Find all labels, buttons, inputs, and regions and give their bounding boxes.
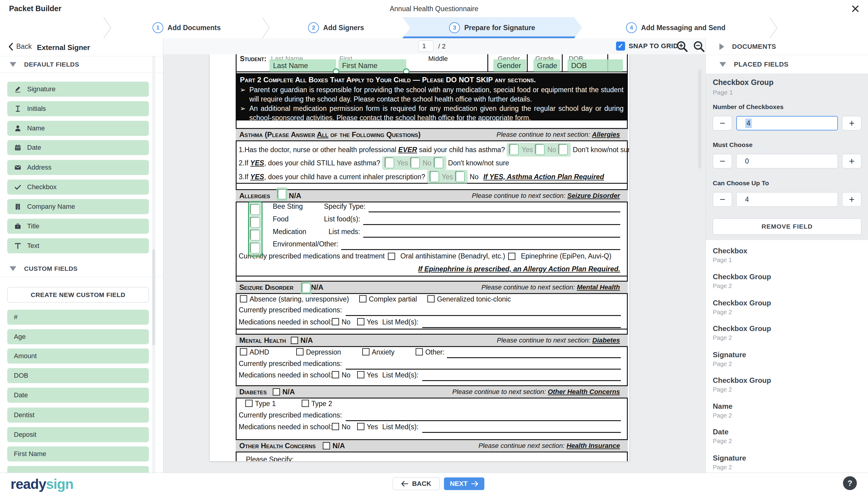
placed-field-item[interactable]: Checkbox Group <box>713 272 771 281</box>
num-checkboxes-input[interactable]: 4 <box>736 116 838 130</box>
field-pill-initials[interactable]: Initials <box>7 101 149 116</box>
field-pill-company-name[interactable]: Company Name <box>7 199 149 214</box>
zoom-out-icon[interactable] <box>692 40 706 53</box>
decrement-button[interactable]: − <box>713 154 732 168</box>
custom-fields-header[interactable]: CUSTOM FIELDS <box>0 260 163 277</box>
custom-pill-number[interactable]: # <box>7 310 149 325</box>
step-add-documents[interactable]: 1 Add Documents <box>111 17 262 38</box>
field-pill-text[interactable]: Text <box>7 238 149 253</box>
document-title: Annual Health Questionnaire <box>0 5 868 13</box>
diabetes-options-row: Type 1 Type 2 <box>245 400 332 408</box>
must-choose-input[interactable]: 0 <box>736 154 838 168</box>
signature-icon <box>14 85 22 93</box>
step-add-messaging-and-send[interactable]: 4 Add Messaging and Send <box>582 17 770 38</box>
placed-checkbox[interactable] <box>411 157 420 168</box>
documents-title: DOCUMENTS <box>732 43 776 51</box>
custom-pill-amount[interactable]: Amount <box>7 348 149 364</box>
zoom-in-icon[interactable] <box>676 40 689 53</box>
snap-to-grid-checkbox[interactable]: ✓ <box>616 42 625 51</box>
step-add-signers[interactable]: 2 Add Signers <box>270 17 402 38</box>
placed-field-item[interactable]: Checkbox Group <box>713 376 771 385</box>
placed-field-item[interactable]: Signature <box>713 350 746 359</box>
step-prepare-for-signature[interactable]: 3 Prepare for Signature <box>402 17 582 38</box>
decrement-button[interactable]: − <box>713 116 732 130</box>
placed-checkbox-field[interactable] <box>276 187 288 201</box>
mental-current-row: Currently prescribed medications: <box>239 360 621 370</box>
arrow-left-icon <box>401 481 408 487</box>
placed-field-first-name[interactable]: First Name <box>338 59 406 72</box>
placed-checkbox[interactable] <box>251 230 260 241</box>
step-number: 3 <box>449 22 460 33</box>
field-pill-title[interactable]: Title <box>7 219 149 234</box>
other-specify-row: Please Specify: <box>246 455 294 461</box>
remove-field-button[interactable]: REMOVE FIELD <box>713 218 861 235</box>
placed-checkbox[interactable] <box>251 217 260 228</box>
can-choose-input[interactable]: 4 <box>736 192 838 207</box>
placed-field-last-name[interactable]: Last Name <box>270 59 336 72</box>
back-label: BACK <box>412 480 431 488</box>
placed-field-gender[interactable]: Gender <box>493 59 526 72</box>
placed-checkbox[interactable] <box>510 144 519 155</box>
document-page: Student: Last Name First Middle Gender G… <box>210 54 629 461</box>
selected-checkbox-group[interactable] <box>248 201 262 256</box>
custom-pill-first-name[interactable]: First Name <box>7 446 149 461</box>
placed-checkbox-field[interactable] <box>300 281 312 294</box>
documents-section-header[interactable]: DOCUMENTS <box>706 38 868 55</box>
field-pill-signature[interactable]: Signature <box>7 82 149 97</box>
field-pill-date[interactable]: Date <box>7 140 149 155</box>
continue-note: Please continue to next section: Mental … <box>481 283 628 291</box>
printed-checkbox <box>415 348 423 356</box>
step-label: Add Signers <box>323 24 364 32</box>
viewer-scrollbar-thumb[interactable] <box>698 69 702 169</box>
placed-field-item[interactable]: Checkbox Group <box>713 299 771 307</box>
must-choose-stepper: − 0 + <box>713 154 861 168</box>
placed-field-page: Page 2 <box>713 438 732 444</box>
page-number-input[interactable] <box>418 40 433 52</box>
diabetes-current-row: Currently prescribed medications: <box>239 411 621 421</box>
section-title: Mental Health <box>236 336 286 345</box>
default-fields-header[interactable]: DEFAULT FIELDS <box>0 56 163 73</box>
create-custom-field-button[interactable]: CREATE NEW CUSTOM FIELD <box>7 287 149 302</box>
placed-checkbox[interactable] <box>251 204 260 215</box>
increment-button[interactable]: + <box>842 154 861 168</box>
placed-field-dob[interactable]: DOB <box>568 59 623 72</box>
increment-button[interactable]: + <box>842 116 861 130</box>
help-button[interactable]: ? <box>843 476 857 490</box>
placed-checkbox[interactable] <box>430 171 439 182</box>
custom-pill-age[interactable]: Age <box>7 329 149 344</box>
sidebar-scrollbar-thumb[interactable] <box>152 249 155 345</box>
increment-button[interactable]: + <box>842 192 861 207</box>
allergy-row-environmental: Environmental/Other: <box>273 240 620 250</box>
placed-field-item[interactable]: Signature <box>713 454 746 462</box>
field-pill-checkbox[interactable]: Checkbox <box>7 179 149 195</box>
placed-fields-section-header[interactable]: PLACED FIELDS <box>706 55 868 74</box>
write-in-line <box>341 240 620 250</box>
placed-checkbox[interactable] <box>434 157 443 168</box>
placed-field-item[interactable]: Checkbox <box>713 247 747 255</box>
placed-field-item[interactable]: Name <box>713 402 732 411</box>
field-pill-name[interactable]: Name <box>7 121 149 136</box>
decrement-button[interactable]: − <box>713 192 732 207</box>
back-button-footer[interactable]: BACK <box>393 477 440 490</box>
custom-pill-dentist[interactable]: Dentist <box>7 407 149 423</box>
placed-checkbox[interactable] <box>536 144 544 155</box>
close-icon[interactable] <box>851 4 860 14</box>
custom-pill-partial[interactable] <box>7 466 149 473</box>
placed-checkbox[interactable] <box>385 157 394 168</box>
custom-pill-dob[interactable]: DOB <box>7 368 149 383</box>
text-icon <box>14 242 22 250</box>
placed-field-item[interactable]: Checkbox Group <box>713 324 771 333</box>
placed-checkbox[interactable] <box>456 171 465 182</box>
custom-pill-date[interactable]: Date <box>7 388 149 403</box>
printed-checkbox <box>357 318 364 325</box>
person-icon <box>14 125 22 132</box>
placed-field-item[interactable]: Date <box>713 428 728 436</box>
field-pill-address[interactable]: Address <box>7 160 149 175</box>
num-checkboxes-label: Number of Checkboxes <box>713 103 783 111</box>
placed-field-grade[interactable]: Grade <box>533 59 560 72</box>
placed-checkbox[interactable] <box>559 144 568 155</box>
placed-checkbox[interactable] <box>251 243 260 254</box>
next-button-footer[interactable]: NEXT <box>444 477 484 490</box>
custom-pill-deposit[interactable]: Deposit <box>7 427 149 442</box>
triangle-down-icon <box>10 62 16 67</box>
